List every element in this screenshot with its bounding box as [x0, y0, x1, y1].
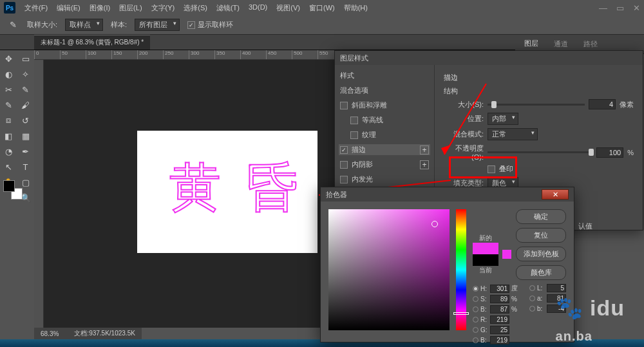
type-tool-icon[interactable]: T [19, 161, 32, 173]
ls-inner-glow[interactable]: 内发光 [339, 174, 430, 185]
opacity-input[interactable]: 100 [596, 147, 623, 158]
ls-styles[interactable]: 样式 [339, 70, 430, 81]
cancel-button[interactable]: 复位 [516, 228, 566, 243]
menu-view[interactable]: 视图(V) [272, 2, 304, 14]
color-picker-close-icon[interactable]: ✕ [542, 189, 569, 200]
document-tab[interactable]: 未标题-1 @ 68.3% (黄昏, RGB/8#) * [34, 35, 150, 50]
l-input[interactable]: 5 [547, 284, 566, 292]
window-controls: — ▭ ✕ [599, 3, 640, 13]
h-radio[interactable] [473, 286, 478, 292]
history-tool-icon[interactable]: ↺ [19, 115, 32, 126]
b2-input[interactable]: 219 [490, 336, 509, 344]
g-radio[interactable] [473, 327, 478, 333]
sample-dropdown[interactable]: 所有图层 [135, 19, 180, 31]
ls-bevel[interactable]: 斜面和浮雕 [339, 100, 430, 111]
plus-icon[interactable]: + [420, 145, 429, 155]
move-tool-icon[interactable]: ✥ [2, 53, 15, 64]
b-input[interactable]: 87 [490, 305, 509, 314]
canvas-text-2[interactable]: 昏 [247, 153, 298, 223]
ruler-vertical[interactable] [34, 60, 44, 328]
stamp-tool-icon[interactable]: ⧈ [2, 115, 15, 126]
ls-inner-shadow[interactable]: 内阴影+ [339, 159, 430, 170]
h-input[interactable]: 301 [490, 285, 509, 293]
b-label: B: [480, 306, 488, 313]
healing-tool-icon[interactable]: ✎ [2, 99, 15, 111]
blend-dropdown[interactable]: 正常 [488, 128, 538, 140]
current-color-preview[interactable] [473, 254, 498, 266]
blend-label: 混合模式: [444, 129, 484, 139]
tab-layers[interactable]: 图层 [520, 37, 542, 52]
b-radio[interactable] [473, 306, 478, 312]
l-radio[interactable] [529, 285, 535, 291]
ls-blending[interactable]: 混合选项 [339, 85, 430, 96]
status-bar: 68.3% 文档:937.5K/1023.5K [34, 328, 142, 339]
document-canvas[interactable]: 黄 昏 [137, 131, 317, 253]
show-ring-checkbox[interactable]: ✓显示取样环 [187, 20, 233, 30]
window-min-icon[interactable]: — [599, 3, 607, 13]
dodge-tool-icon[interactable]: ◔ [2, 145, 15, 157]
s-input[interactable]: 89 [490, 295, 509, 303]
bb-radio[interactable] [529, 306, 535, 312]
position-dropdown[interactable]: 内部 [488, 113, 518, 125]
ls-contour[interactable]: 等高线 [339, 115, 430, 126]
add-swatch-button[interactable]: 添加到色板 [516, 247, 566, 261]
menu-file[interactable]: 文件(F) [21, 2, 52, 14]
zoom-level[interactable]: 68.3% [41, 330, 59, 337]
brush-tool-icon[interactable]: 🖌 [19, 99, 32, 111]
menu-filter[interactable]: 滤镜(T) [213, 2, 243, 14]
hue-slider[interactable] [456, 209, 466, 330]
menu-edit[interactable]: 编辑(E) [53, 2, 84, 14]
hue-thumb[interactable] [453, 312, 469, 315]
ls-contour-label: 等高线 [362, 115, 383, 125]
annotation-highlight [449, 156, 517, 178]
size-slider[interactable] [488, 104, 585, 106]
gradient-tool-icon[interactable]: ▦ [19, 130, 32, 142]
bb-input[interactable]: -4 [547, 305, 566, 313]
b2-radio[interactable] [473, 337, 478, 343]
layer-style-title[interactable]: 图层样式 [335, 51, 643, 65]
window-close-icon[interactable]: ✕ [633, 3, 640, 13]
sample-size-dropdown[interactable]: 取样点 [65, 19, 103, 31]
ls-stroke[interactable]: ✓描边+ [339, 144, 430, 155]
plus-icon[interactable]: + [420, 160, 429, 169]
crop-tool-icon[interactable]: ✂ [2, 84, 15, 95]
menu-image[interactable]: 图像(I) [86, 2, 114, 14]
color-picker-titlebar[interactable]: 拾色器 ✕ [321, 187, 574, 202]
eyedropper-tool-icon[interactable]: ✎ [19, 84, 32, 95]
ls-texture[interactable]: 纹理 [339, 129, 430, 140]
menu-help[interactable]: 帮助(H) [340, 2, 372, 14]
menu-3d[interactable]: 3D(D) [245, 2, 271, 14]
sat-cursor[interactable] [431, 221, 438, 227]
g-input[interactable]: 25 [490, 326, 509, 334]
a-radio[interactable] [529, 295, 535, 301]
default-button[interactable]: 认值 [578, 221, 592, 231]
canvas-text-1[interactable]: 黄 [169, 153, 221, 223]
marquee-tool-icon[interactable]: ▭ [19, 53, 32, 64]
tab-paths[interactable]: 路径 [580, 37, 601, 51]
foreground-color[interactable] [3, 180, 15, 192]
window-max-icon[interactable]: ▭ [616, 3, 624, 13]
a-input[interactable]: 81 [547, 294, 566, 303]
menu-select[interactable]: 选择(S) [180, 2, 211, 14]
opacity-slider[interactable] [488, 151, 592, 153]
eyedropper-icon[interactable]: ✎ [6, 19, 19, 31]
r-input[interactable]: 219 [490, 315, 509, 324]
ok-button[interactable]: 确定 [516, 209, 566, 224]
r-radio[interactable] [473, 317, 478, 323]
menu-window[interactable]: 窗口(W) [305, 2, 339, 14]
wand-tool-icon[interactable]: ✧ [19, 68, 32, 80]
libraries-button[interactable]: 颜色库 [516, 265, 566, 280]
saturation-brightness-field[interactable] [328, 209, 450, 330]
size-input[interactable]: 4 [589, 99, 616, 109]
color-swatches[interactable] [3, 180, 23, 200]
eraser-tool-icon[interactable]: ◧ [2, 130, 15, 142]
tab-channels[interactable]: 通道 [550, 37, 572, 51]
pen-tool-icon[interactable]: ✒ [19, 145, 32, 157]
s-radio[interactable] [473, 296, 478, 302]
path-tool-icon[interactable]: ↖ [2, 161, 15, 173]
color-picker-dialog: 拾色器 ✕ 确定 新的 当前 复位 添加到色板 颜色库 [320, 187, 574, 342]
lasso-tool-icon[interactable]: ◐ [2, 68, 15, 80]
tools-panel-left: ✥ ◐ ✂ ✎ ⧈ ◧ ◔ ↖ ✋ [0, 50, 17, 188]
menu-text[interactable]: 文字(Y) [147, 2, 179, 14]
menu-layer[interactable]: 图层(L) [115, 2, 146, 14]
